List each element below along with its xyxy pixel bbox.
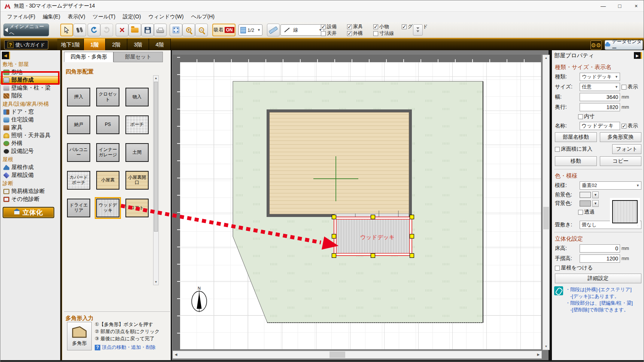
maximize-button[interactable]: □ xyxy=(611,0,628,12)
menu-tools[interactable]: ツール(T) xyxy=(89,12,119,22)
tab-floor3[interactable]: 3階 xyxy=(127,39,149,51)
canvas-vscrollbar[interactable]: ▲ ▼ xyxy=(543,55,550,350)
toolbar-expand-button[interactable] xyxy=(413,24,423,36)
fit-view-button[interactable] xyxy=(170,24,182,36)
zoom-in-button[interactable]: + xyxy=(182,24,195,36)
scroll-down-icon[interactable]: ▼ xyxy=(544,344,549,349)
drawing-sheet[interactable]: ウッドデッキ N xyxy=(180,62,541,349)
rail-height-input[interactable] xyxy=(580,254,620,263)
scroll-up-icon[interactable]: ▲ xyxy=(544,55,549,61)
menu-view[interactable]: 表示(V) xyxy=(64,12,89,22)
detail-settings-button[interactable]: 詳細設定 xyxy=(555,274,641,283)
tile-oshiire[interactable]: 押入 xyxy=(67,88,90,106)
polygon-button[interactable]: 多角形 xyxy=(67,322,92,350)
chevron-down-icon[interactable]: ▼ xyxy=(592,200,599,207)
walkthrough-tool-button[interactable] xyxy=(73,24,86,36)
tile-koyaura-kaikou[interactable]: 小屋裏開口 xyxy=(125,171,149,190)
tile-porch[interactable]: ポーチ xyxy=(125,115,149,134)
size-show-checkbox[interactable]: 表示 xyxy=(622,84,638,90)
checkbox-sunpousen[interactable]: 寸法線 xyxy=(373,30,402,37)
zoom-out-button[interactable]: − xyxy=(195,24,208,36)
checkbox-tenjo[interactable]: 天井 xyxy=(321,30,347,37)
redo-button[interactable] xyxy=(100,24,113,36)
tile-inner-garage[interactable]: インナーガレージ xyxy=(96,143,119,162)
scroll-up-icon[interactable]: ▲ xyxy=(154,76,158,81)
solidify-3d-button[interactable]: 立体化 xyxy=(3,207,54,218)
checkbox-kagu[interactable]: 家具 xyxy=(347,23,373,30)
tile-nando[interactable]: 納戸 xyxy=(67,115,90,134)
inner-dim-checkbox[interactable]: 内寸 xyxy=(578,113,595,120)
transparent-checkbox[interactable]: 透過 xyxy=(578,209,595,215)
sidebar-item-wall-edit[interactable]: 壁編集・柱・梁 xyxy=(0,84,60,92)
tile-ps[interactable]: PS xyxy=(96,115,119,134)
font-button[interactable]: フォント xyxy=(612,144,641,154)
snap-toggle-button[interactable]: 吸着 ON xyxy=(212,24,236,36)
sidebar-item-roof-equipment[interactable]: 屋根設備 xyxy=(0,171,60,179)
tile-wood-deck[interactable]: ウッドデッキ xyxy=(96,199,119,217)
minimize-button[interactable]: — xyxy=(595,0,611,12)
measure-tool-button[interactable] xyxy=(267,24,280,36)
sidebar-item-furniture[interactable]: 家具 xyxy=(0,124,60,132)
tile-doma[interactable]: 土間 xyxy=(125,143,149,162)
menu-window[interactable]: ウィンドウ(W) xyxy=(145,12,187,22)
depth-input[interactable] xyxy=(580,103,620,111)
menu-help[interactable]: ヘルプ(H) xyxy=(188,12,218,22)
sidebar-item-roof-create[interactable]: 屋根作成 xyxy=(0,163,60,171)
checkbox-komono[interactable]: 小物 xyxy=(373,23,402,30)
tile-closet[interactable]: クロゼット xyxy=(96,88,119,106)
checkbox-setsubi[interactable]: 設備 xyxy=(321,23,347,30)
type-dropdown[interactable]: ウッドデッキ▼ xyxy=(580,73,620,81)
delete-button[interactable]: × xyxy=(116,24,128,36)
bg-color-swatch[interactable] xyxy=(580,200,591,206)
undo-button[interactable] xyxy=(88,24,100,36)
panel-expand-icon[interactable]: ▶ xyxy=(634,52,642,59)
sidebar-item-fixtures[interactable]: 住宅設備 xyxy=(0,116,60,124)
tab-rect-polygon[interactable]: 四角形・多角形 xyxy=(64,52,113,62)
sidebar-item-door-window[interactable]: ドア・窓 xyxy=(0,108,60,116)
select-tool-button[interactable] xyxy=(60,24,73,36)
copy-button[interactable]: コピー xyxy=(600,156,642,166)
usage-guide-button[interactable]: ? 使い方ガイド xyxy=(4,40,48,49)
tab-floor4[interactable]: 4階 xyxy=(149,39,171,51)
sidebar-item-lighting[interactable]: 照明・天井器具 xyxy=(0,132,60,139)
name-show-checkbox[interactable]: 表示 xyxy=(622,123,638,129)
sidebar-collapse-button[interactable]: ◀ xyxy=(2,52,10,59)
tab-basement1[interactable]: 地下1階 xyxy=(57,39,84,51)
floor-height-input[interactable] xyxy=(580,244,620,253)
open-file-button[interactable] xyxy=(128,24,141,36)
tile-koyaura[interactable]: 小屋裏 xyxy=(96,171,119,190)
line-style-dropdown[interactable]: 線 ▼ xyxy=(280,24,324,36)
scroll-right-icon[interactable]: ▶ xyxy=(535,351,541,358)
settings-gears-button[interactable]: ⚙⚙ xyxy=(590,40,602,50)
palette-scrollbar[interactable]: ▲ ▼ xyxy=(153,75,159,285)
menu-edit[interactable]: 編集(E) xyxy=(39,12,64,22)
data-center-button[interactable]: データセンター xyxy=(605,40,643,50)
wood-deck-shape[interactable]: ウッドデッキ xyxy=(332,215,414,258)
close-button[interactable]: × xyxy=(628,0,644,12)
menu-file[interactable]: ファイル(F) xyxy=(3,12,39,22)
checkbox-gaikou[interactable]: 外構 xyxy=(347,30,373,37)
width-input[interactable] xyxy=(580,93,620,101)
chevron-down-icon[interactable]: ▼ xyxy=(592,191,599,198)
print-button[interactable] xyxy=(154,24,167,36)
floor-area-checkbox[interactable]: 床面積に算入 xyxy=(555,146,592,153)
tab-floor1[interactable]: 1階 xyxy=(84,39,106,51)
scrollbar-thumb[interactable] xyxy=(329,352,345,358)
canvas-hscrollbar[interactable]: ◀ ▶ xyxy=(173,351,542,359)
tile-balcony[interactable]: バルコニー xyxy=(67,143,90,162)
move-button[interactable]: 移動 xyxy=(555,156,597,166)
vertex-help-link[interactable]: ? 頂点の移動・追加・削除 xyxy=(95,344,155,351)
move-room-name-button[interactable]: 部屋名移動 xyxy=(555,132,597,142)
polygon-convert-button[interactable]: 多角形変換 xyxy=(600,132,642,142)
sidebar-item-equipment-symbol[interactable]: 設備記号 xyxy=(0,147,60,155)
save-button[interactable] xyxy=(141,24,154,36)
room-shape[interactable] xyxy=(267,109,412,217)
fg-color-swatch[interactable] xyxy=(580,192,591,198)
grid-scale-dropdown[interactable]: 1/2 ▼ xyxy=(239,24,262,36)
scrollbar-thumb[interactable] xyxy=(154,82,158,232)
scroll-down-icon[interactable]: ▼ xyxy=(154,280,158,285)
tab-floor2[interactable]: 2階 xyxy=(106,39,127,51)
menu-settings[interactable]: 設定(O) xyxy=(119,12,145,22)
tile-covered-porch[interactable]: カバードポーチ xyxy=(67,171,90,190)
tile-mononire[interactable]: 物入 xyxy=(125,88,149,106)
